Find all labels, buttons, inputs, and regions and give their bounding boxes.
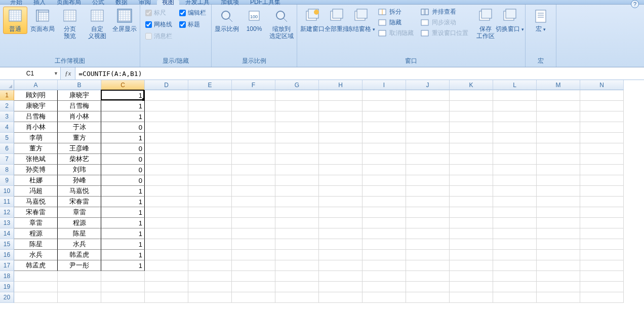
cell[interactable] [537,250,580,260]
cell[interactable]: 康晓宇 [58,90,101,101]
cell[interactable]: 1 [101,218,145,228]
cell[interactable]: 肖小林 [14,122,58,133]
cell[interactable] [493,90,537,101]
cell[interactable] [493,282,537,292]
cell[interactable] [188,239,232,250]
cell[interactable]: 顾刘明 [14,90,58,101]
cell[interactable]: 柴林艺 [58,154,101,165]
cell[interactable]: 0 [101,154,145,165]
freeze-panes-button[interactable]: 冻结窗格 ▾ [349,7,373,34]
cell[interactable] [537,271,580,282]
cell[interactable] [363,218,406,228]
row-header-13[interactable]: 13 [0,218,14,228]
cell[interactable] [493,133,537,143]
cell[interactable] [275,292,319,303]
cell[interactable] [450,260,493,271]
row-header-19[interactable]: 19 [0,282,14,292]
formula-input[interactable] [75,67,644,80]
cell[interactable] [580,197,624,207]
column-header-L[interactable]: L [493,80,537,90]
cell[interactable]: 董方 [58,133,101,143]
row-header-7[interactable]: 7 [0,154,14,165]
cell[interactable] [493,101,537,111]
cell[interactable] [450,90,493,101]
cell[interactable] [232,175,275,186]
cell[interactable] [232,111,275,122]
cell[interactable]: 1 [101,101,145,111]
cell[interactable] [232,90,275,101]
cell[interactable] [145,292,188,303]
cell[interactable] [188,271,232,282]
cell[interactable] [580,250,624,260]
tab-开始[interactable]: 开始 [5,0,27,5]
cell[interactable] [450,271,493,282]
tab-插入[interactable]: 插入 [28,0,51,5]
row-header-10[interactable]: 10 [0,186,14,197]
cell[interactable] [188,197,232,207]
tab-开发工具[interactable]: 开发工具 [180,0,215,5]
cell[interactable] [493,154,537,165]
cell[interactable] [363,101,406,111]
cell[interactable] [406,260,450,271]
cell[interactable] [537,186,580,197]
cell[interactable]: 孙奕博 [14,165,58,175]
cell[interactable] [363,186,406,197]
cell[interactable] [319,165,363,175]
cell[interactable]: 康晓宇 [14,101,58,111]
cell[interactable]: 1 [101,250,145,260]
split-button[interactable]: 拆分 [376,7,416,17]
cell[interactable] [319,250,363,260]
cell[interactable] [188,154,232,165]
cell[interactable] [537,154,580,165]
cells-area[interactable]: 顾刘明康晓宇1康晓宇吕雪梅1吕雪梅肖小林1肖小林于冰0李萌董方1董方王彦峰0张艳… [14,90,624,303]
column-header-H[interactable]: H [319,80,363,90]
cell[interactable] [450,101,493,111]
cell[interactable] [188,122,232,133]
cell[interactable] [406,239,450,250]
cell[interactable] [363,165,406,175]
cell[interactable]: 0 [101,143,145,154]
cell[interactable] [319,207,363,218]
cell[interactable] [145,186,188,197]
cell[interactable] [188,111,232,122]
cell[interactable]: 肖小林 [58,111,101,122]
cell[interactable]: 0 [101,122,145,133]
view-side-by-side-button[interactable]: 并排查看 [419,7,470,17]
cell[interactable] [145,154,188,165]
zoom-selection-button[interactable]: 缩放到 选定区域 [269,7,294,41]
cell[interactable] [450,197,493,207]
cell[interactable] [363,154,406,165]
cell[interactable] [450,250,493,260]
cell[interactable]: 1 [101,90,145,101]
gridlines-check[interactable]: 网格线 [145,20,172,29]
row-header-14[interactable]: 14 [0,228,14,239]
cell[interactable] [537,292,580,303]
headings-check-input[interactable] [179,21,186,28]
cell[interactable] [406,165,450,175]
cell[interactable]: 董方 [14,143,58,154]
row-header-12[interactable]: 12 [0,207,14,218]
cell[interactable] [275,239,319,250]
cell[interactable] [188,207,232,218]
cell[interactable] [145,143,188,154]
page-break-preview-button[interactable]: 分页 预览 [58,7,82,41]
cell[interactable]: 冯超 [14,186,58,197]
cell[interactable] [188,165,232,175]
cell[interactable]: 韩孟虎 [14,260,58,271]
cell[interactable]: 1 [101,197,145,207]
column-header-C[interactable]: C [101,80,145,90]
cell[interactable] [319,111,363,122]
cell[interactable] [275,90,319,101]
cell[interactable] [145,175,188,186]
row-header-16[interactable]: 16 [0,250,14,260]
cell[interactable] [319,122,363,133]
fullscreen-button[interactable]: 全屏显示 [112,7,137,34]
cell[interactable]: 0 [101,165,145,175]
cell[interactable] [363,207,406,218]
cell[interactable] [493,271,537,282]
cell[interactable] [363,292,406,303]
column-header-N[interactable]: N [580,80,624,90]
cell[interactable] [580,154,624,165]
cell[interactable] [493,292,537,303]
cell[interactable] [232,250,275,260]
